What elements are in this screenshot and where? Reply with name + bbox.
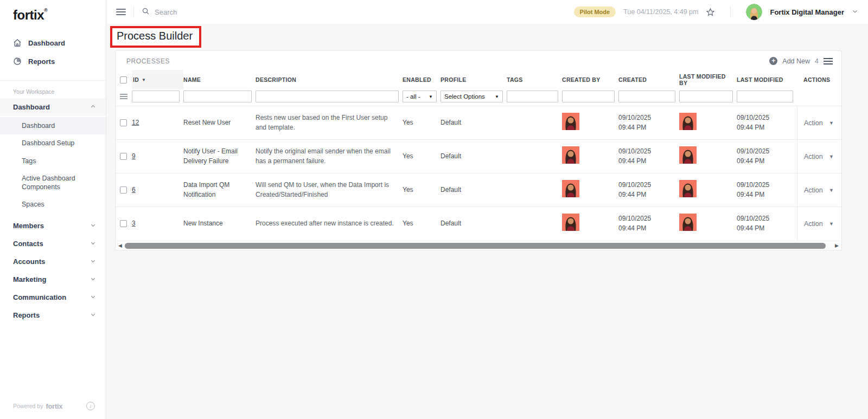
filter-profile-select[interactable]: Select Options▼: [441, 91, 503, 102]
column-header-name[interactable]: NAME: [183, 76, 256, 83]
column-header-id[interactable]: ID▼: [132, 70, 183, 89]
row-checkbox[interactable]: [120, 186, 127, 194]
sidebar-section-marketing[interactable]: Marketing: [0, 270, 106, 288]
row-checkbox[interactable]: [120, 220, 127, 227]
sidebar-subitem-dashboard[interactable]: Dashboard: [0, 117, 106, 134]
created-by-avatar[interactable]: [562, 225, 579, 233]
pilot-mode-badge: Pilot Mode: [574, 7, 616, 17]
row-id-link[interactable]: 12: [132, 119, 139, 126]
sidebar-item-dashboard[interactable]: Dashboard: [0, 34, 106, 52]
row-checkbox[interactable]: [120, 119, 127, 126]
select-caret-icon: ▼: [495, 94, 499, 99]
row-checkbox[interactable]: [120, 153, 127, 160]
topbar-divider: [730, 7, 731, 17]
filter-tags-input[interactable]: [507, 91, 558, 102]
section-label: Marketing: [13, 275, 46, 283]
brand-logo[interactable]: fortix®: [0, 0, 106, 28]
select-all-checkbox[interactable]: [120, 76, 127, 83]
action-button[interactable]: Action▼: [804, 220, 834, 228]
modified-datetime: 09/10/202509:44 PM: [737, 214, 797, 233]
sidebar-subitem-dashboard-setup[interactable]: Dashboard Setup: [0, 134, 106, 152]
sidebar-section-members[interactable]: Members: [0, 217, 106, 235]
sidebar-section-dashboard[interactable]: Dashboard: [0, 98, 106, 116]
table-filter-row: - all -▼ Select Options▼: [116, 89, 841, 106]
process-name: Notify User - Email Delivery Failure: [183, 147, 256, 166]
sidebar-subitem-spaces[interactable]: Spaces: [0, 196, 106, 213]
modified-by-avatar[interactable]: [679, 124, 697, 132]
list-menu-icon[interactable]: [824, 58, 833, 65]
sidebar-subitem-active-dashboard-components[interactable]: Active Dashboard Components: [0, 170, 92, 196]
scrollbar-thumb[interactable]: [125, 243, 826, 249]
created-datetime: 09/10/202509:44 PM: [618, 181, 679, 199]
sidebar-subitem-tags[interactable]: Tags: [0, 152, 106, 170]
row-id-link[interactable]: 9: [132, 152, 136, 160]
column-header-enabled[interactable]: ENABLED: [403, 76, 441, 83]
processes-panel: PROCESSES + Add New 4 ID▼ NAME DESCRIPTI…: [115, 50, 842, 250]
scroll-right-arrow[interactable]: ▶: [833, 243, 840, 248]
section-label: Reports: [13, 311, 40, 319]
menu-toggle-icon[interactable]: [116, 9, 126, 15]
action-button[interactable]: Action▼: [804, 119, 834, 127]
enabled-value: Yes: [403, 152, 441, 161]
info-icon[interactable]: i: [86, 402, 95, 410]
filter-description-input[interactable]: [256, 91, 399, 102]
search-icon: [142, 7, 150, 17]
created-datetime: 09/10/202509:44 PM: [618, 147, 679, 166]
chevron-down-icon: [90, 222, 96, 230]
modified-by-avatar[interactable]: [679, 191, 697, 199]
row-id-link[interactable]: 6: [132, 186, 136, 194]
modified-by-avatar[interactable]: [679, 158, 697, 165]
created-by-avatar[interactable]: [562, 191, 579, 199]
filter-name-input[interactable]: [183, 91, 252, 102]
column-header-created-by[interactable]: CREATED BY: [562, 76, 618, 83]
filter-created-by-input[interactable]: [562, 91, 615, 102]
topbar-divider: [133, 7, 134, 17]
filter-last-modified-input[interactable]: [737, 91, 793, 102]
action-button[interactable]: Action▼: [804, 153, 834, 160]
brand-logo-text: fortix®: [13, 8, 47, 22]
process-name: Reset New User: [183, 118, 256, 127]
filter-created-input[interactable]: [618, 91, 675, 102]
favorite-star-icon[interactable]: [706, 8, 715, 17]
column-header-profile[interactable]: PROFILE: [441, 76, 507, 83]
column-header-last-modified[interactable]: LAST MODIFIED: [737, 76, 797, 83]
sidebar-section-accounts[interactable]: Accounts: [0, 253, 106, 270]
horizontal-scrollbar: ◀ ▶: [117, 241, 840, 249]
caret-down-icon: ▼: [829, 221, 834, 227]
filter-last-modified-by-input[interactable]: [679, 91, 733, 102]
user-avatar[interactable]: [746, 4, 762, 20]
add-new-icon[interactable]: +: [769, 57, 777, 65]
enabled-value: Yes: [403, 219, 441, 228]
sidebar-section-reports[interactable]: Reports: [0, 306, 106, 324]
column-header-last-modified-by[interactable]: LAST MODIFIED BY: [679, 73, 737, 86]
filter-menu-icon[interactable]: [120, 94, 127, 99]
search-input[interactable]: [155, 8, 317, 16]
section-label: Members: [13, 222, 44, 230]
user-menu[interactable]: Fortix Digital Manager: [770, 8, 844, 16]
sidebar-section-contacts[interactable]: Contacts: [0, 235, 106, 253]
sidebar-item-label: Dashboard: [28, 39, 65, 47]
datetime-display: Tue 04/11/2025, 4:49 pm: [623, 8, 698, 16]
sidebar-section-communication[interactable]: Communication: [0, 288, 106, 306]
filter-id-input[interactable]: [132, 91, 180, 102]
created-by-avatar[interactable]: [562, 124, 579, 132]
column-header-actions: ACTIONS: [797, 76, 841, 83]
column-header-description[interactable]: DESCRIPTION: [256, 76, 403, 83]
profile-value: Default: [441, 152, 507, 161]
created-by-avatar[interactable]: [562, 158, 579, 165]
action-button[interactable]: Action▼: [804, 186, 834, 194]
home-icon: [13, 38, 22, 47]
column-header-created[interactable]: CREATED: [618, 76, 679, 83]
modified-by-avatar[interactable]: [679, 225, 697, 233]
column-header-tags[interactable]: TAGS: [507, 76, 562, 83]
scroll-left-arrow[interactable]: ◀: [117, 243, 124, 248]
row-id-link[interactable]: 3: [132, 220, 136, 227]
topbar: Pilot Mode Tue 04/11/2025, 4:49 pm Forti…: [106, 0, 868, 24]
filter-enabled-select[interactable]: - all -▼: [403, 91, 437, 102]
chevron-down-icon[interactable]: [852, 7, 858, 17]
table-header-row: ID▼ NAME DESCRIPTION ENABLED PROFILE TAG…: [116, 70, 841, 89]
scrollbar-track[interactable]: [124, 243, 833, 249]
sidebar-item-reports[interactable]: Reports: [0, 52, 106, 70]
add-new-button[interactable]: Add New: [782, 57, 810, 65]
sidebar-item-label: Reports: [28, 57, 55, 66]
